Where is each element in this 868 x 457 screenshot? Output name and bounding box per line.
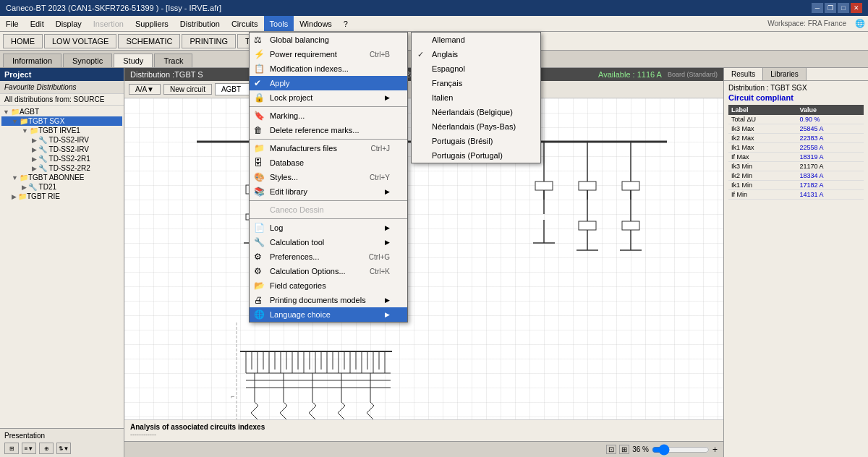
menu-file[interactable]: File <box>0 16 25 31</box>
level-button[interactable]: A/A▼ <box>129 84 161 95</box>
col-value: Value <box>797 105 864 115</box>
zoom-in-icon[interactable]: + <box>712 445 718 455</box>
close-button[interactable]: ✕ <box>851 3 862 13</box>
tab-synoptic[interactable]: Synoptic <box>63 54 112 67</box>
svg-rect-35 <box>535 181 553 190</box>
menu-option-database[interactable]: 🗄Database <box>250 155 407 170</box>
minimize-button[interactable]: ─ <box>812 3 823 13</box>
tree-td-ss2-irv-1[interactable]: ▶ 🔧 TD-SS2-IRV <box>1 135 122 145</box>
menu-option-power-requirement[interactable]: ⚡Power requirementCtrl+B <box>250 47 407 61</box>
pres-icon-grid[interactable]: ⊞ <box>4 443 19 454</box>
lang-option-label: Espagnol <box>432 64 465 73</box>
restore-button[interactable]: ❐ <box>825 3 836 13</box>
menu-option-log[interactable]: 📄Log▶ <box>250 221 407 235</box>
new-circuit-button[interactable]: New circuit <box>163 84 212 95</box>
printing-button[interactable]: PRINTING <box>182 34 236 48</box>
lang-option-label: Anglais <box>432 50 458 59</box>
menu-option-label: Field categories <box>270 281 326 290</box>
menu-option-edit-library[interactable]: 📚Edit library▶ <box>250 184 407 199</box>
tree-label-td3: 🔧 TD-SS2-2R1 <box>38 155 90 163</box>
maximize-button[interactable]: □ <box>838 3 849 13</box>
menu-edit[interactable]: Edit <box>25 16 50 31</box>
menu-option-preferences---[interactable]: ⚙Preferences...Ctrl+G <box>250 249 407 264</box>
schematic-button[interactable]: SCHEMATIC <box>118 34 180 48</box>
lang-option-fran-ais[interactable]: Français <box>412 76 540 90</box>
tree-label-td4: 🔧 TD-SS2-2R2 <box>38 164 90 172</box>
menu-suppliers[interactable]: Suppliers <box>129 16 174 31</box>
lang-option-italien[interactable]: Italien <box>412 90 540 105</box>
menu-distribution[interactable]: Distribution <box>174 16 226 31</box>
collapse-icon-ab: ▼ <box>12 174 18 181</box>
menu-option-label: Calculation tool <box>270 238 324 247</box>
tree-label-agbt: AGBT <box>20 108 39 116</box>
tab-information[interactable]: Information <box>3 54 61 67</box>
menu-help[interactable]: ? <box>338 16 354 31</box>
menu-option-calculation-options---[interactable]: ⚙Calculation Options...Ctrl+K <box>250 264 407 278</box>
menu-option-printing-documents-models[interactable]: 🖨Printing documents models▶ <box>250 293 407 307</box>
lang-option-n-erlandais--pays-bas-[interactable]: Néerlandais (Pays-Bas) <box>412 119 540 134</box>
tree-td-ss2-2r1[interactable]: ▶ 🔧 TD-SS2-2R1 <box>1 154 122 163</box>
folder-icon-ab: 📁 <box>20 174 28 181</box>
lang-option-n-erlandais--belgique-[interactable]: Néerlandais (Belgique) <box>412 105 540 119</box>
zoom-fit-icon[interactable]: ⊡ <box>606 445 616 454</box>
pres-icon-expand[interactable]: ⊕ <box>39 443 54 454</box>
menu-option-global-balancing[interactable]: ⚖Global balancing <box>250 33 407 47</box>
tab-track[interactable]: Track <box>154 54 192 67</box>
lang-option-portugais--portugal-[interactable]: Portugais (Portugal) <box>412 148 540 163</box>
pres-icon-sort[interactable]: ⇅▼ <box>56 443 71 454</box>
zoom-slider[interactable] <box>652 444 710 456</box>
lang-option-allemand[interactable]: Allemand <box>412 33 540 47</box>
tab-results[interactable]: Results <box>724 68 763 80</box>
low-voltage-button[interactable]: LOW VOLTAGE <box>44 34 116 48</box>
tree-agbt[interactable]: ▼ 📁 AGBT <box>1 107 122 116</box>
tab-libraries[interactable]: Libraries <box>763 68 806 80</box>
menu-option-modification-indexes---[interactable]: 📋Modification indexes... <box>250 61 407 76</box>
menu-option-label: Power requirement <box>270 50 337 59</box>
home-button[interactable]: HOME <box>3 34 43 48</box>
menu-display[interactable]: Display <box>50 16 88 31</box>
tab-study[interactable]: Study <box>114 54 153 67</box>
tree-tgbt-irve1[interactable]: ▼ 📁 TGBT IRVE1 <box>1 126 122 135</box>
menu-option-language-choice[interactable]: 🌐Language choice▶ <box>250 307 407 322</box>
menu-option-label: Modification indexes... <box>270 64 349 73</box>
tree-td-ss2-irv-2[interactable]: ▶ 🔧 TD-SS2-IRV <box>1 145 122 154</box>
lang-option-espagnol[interactable]: Espagnol <box>412 61 540 76</box>
table-row: Total ΔU0.90 % <box>728 115 864 124</box>
pres-icon-list[interactable]: ≡▼ <box>22 443 36 454</box>
menu-option-apply[interactable]: ✔Apply <box>250 76 407 90</box>
menu-option-manufacturers-files[interactable]: 📁Manufacturers filesCtrl+J <box>250 141 407 155</box>
tree-tgbt-abonnee[interactable]: ▼ 📁 TGBT ABONNEE <box>1 173 122 182</box>
result-value: 17182 A <box>797 181 864 190</box>
presentation-icons: ⊞ ≡▼ ⊕ ⇅▼ <box>4 443 119 454</box>
zoom-reset-icon[interactable]: ⊞ <box>619 445 629 454</box>
tree-td21[interactable]: ▶ 🔧 TD21 <box>1 182 122 192</box>
tree-tgbt-sgx[interactable]: ▼ 📁 TGBT SGX <box>1 116 122 126</box>
lang-option-anglais[interactable]: ✓Anglais <box>412 47 540 61</box>
menu-insertion[interactable]: Insertion <box>88 16 129 31</box>
menu-option-calculation-tool[interactable]: 🔧Calculation tool▶ <box>250 235 407 249</box>
menu-circuits[interactable]: Circuits <box>226 16 264 31</box>
menu-option-field-categories[interactable]: 📂Field categories <box>250 278 407 293</box>
table-row: Ik2 Min18334 A <box>728 171 864 181</box>
leaf-icon-5: ▶ <box>22 184 27 191</box>
menu-option-marking---[interactable]: 🔖Marking... <box>250 108 407 123</box>
menu-option-delete-reference-marks---[interactable]: 🗑Delete reference marks... <box>250 123 407 137</box>
menu-bar: File Edit Display Insertion Suppliers Di… <box>0 16 868 32</box>
lang-option-portugais--br-sil-[interactable]: Portugais (Brésil) <box>412 134 540 148</box>
menu-option-lock-project[interactable]: 🔒Lock project▶ <box>250 90 407 105</box>
menu-option-label: Preferences... <box>270 252 319 261</box>
table-row: Ik3 Min21170 A <box>728 162 864 171</box>
tree-td-ss2-2r2[interactable]: ▶ 🔧 TD-SS2-2R2 <box>1 163 122 173</box>
workspace-icon: 🌐 <box>852 19 868 28</box>
menu-option-styles---[interactable]: 🎨Styles...Ctrl+Y <box>250 170 407 184</box>
leaf-icon-3: ▶ <box>32 155 37 163</box>
menu-option-label: Styles... <box>270 173 298 181</box>
menu-windows[interactable]: Windows <box>294 16 338 31</box>
tree-tgbt-rie[interactable]: ▶ 📁 TGBT RIE <box>1 192 122 201</box>
result-value: 18334 A <box>797 171 864 181</box>
menu-option-icon: ⚙ <box>254 266 262 276</box>
menu-tools[interactable]: Tools <box>264 16 294 31</box>
menu-option-icon: 🔖 <box>254 111 265 121</box>
folder-icon-rie: 📁 <box>18 192 27 200</box>
menu-option-label: Manufacturers files <box>270 144 337 153</box>
